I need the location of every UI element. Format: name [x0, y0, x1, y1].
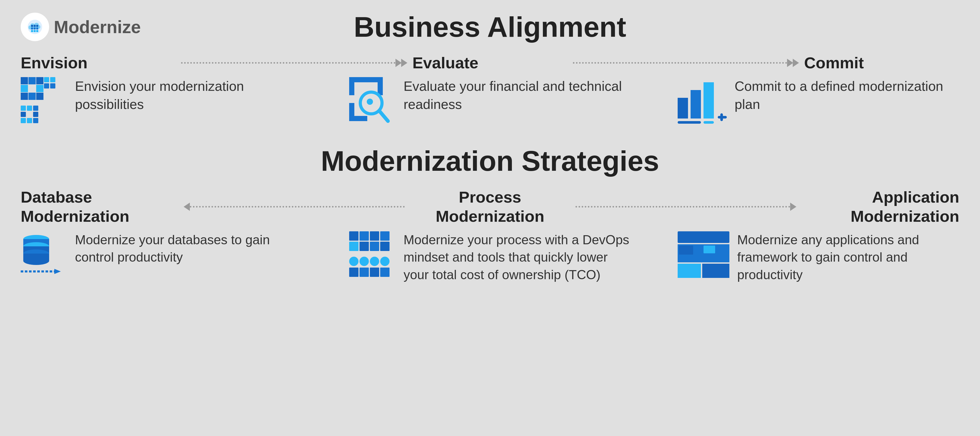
- svg-rect-26: [33, 112, 38, 117]
- ba-steps-row: Envision your modernization possibilitie…: [21, 77, 959, 129]
- svg-rect-42: [678, 121, 701, 124]
- svg-rect-16: [29, 92, 36, 100]
- svg-rect-57: [370, 231, 379, 241]
- svg-rect-9: [36, 30, 38, 32]
- svg-rect-11: [29, 77, 36, 84]
- svg-rect-12: [36, 77, 43, 84]
- svg-rect-28: [27, 118, 32, 123]
- svg-rect-7: [31, 30, 33, 32]
- process-to-app-arrow: [576, 206, 797, 208]
- svg-rect-55: [349, 231, 358, 241]
- envision-icon: [21, 77, 67, 124]
- svg-rect-58: [380, 231, 390, 241]
- svg-rect-61: [370, 242, 379, 251]
- evaluate-desc: Evaluate your financial and technical re…: [404, 77, 631, 113]
- application-desc: Modernize any applications and framework…: [737, 231, 959, 284]
- svg-rect-76: [703, 245, 715, 253]
- svg-rect-20: [44, 83, 49, 89]
- database-modernization-item: Modernize your databases to gain control…: [21, 231, 302, 284]
- evaluate-item: Evaluate your financial and technical re…: [349, 77, 631, 129]
- svg-point-37: [367, 99, 373, 105]
- process-modernization-label: Process Modernization: [412, 188, 568, 226]
- svg-rect-33: [365, 77, 383, 82]
- db-to-process-arrow: [184, 206, 405, 208]
- envision-to-evaluate-arrow: [181, 62, 407, 64]
- svg-rect-29: [33, 118, 38, 123]
- strat-items-row: Modernize your databases to gain control…: [21, 231, 959, 284]
- application-modernization-item: Modernize any applications and framework…: [678, 231, 959, 284]
- svg-rect-19: [50, 77, 55, 82]
- svg-rect-2: [33, 25, 36, 27]
- svg-marker-54: [54, 269, 61, 274]
- svg-point-66: [380, 257, 390, 266]
- application-modernization-label: Application Modernization: [804, 188, 959, 226]
- svg-point-52: [23, 257, 49, 265]
- svg-rect-23: [27, 105, 32, 111]
- svg-rect-62: [380, 242, 390, 251]
- svg-rect-75: [679, 245, 693, 255]
- svg-rect-68: [360, 267, 369, 277]
- strategies-title: Modernization Strategies: [21, 145, 959, 177]
- strat-header-row: Database Modernization Process Moderniza…: [21, 188, 959, 226]
- svg-point-64: [360, 257, 369, 266]
- svg-point-65: [370, 257, 379, 266]
- logo-text: Modernize: [54, 17, 141, 37]
- svg-rect-43: [703, 121, 714, 124]
- svg-rect-73: [678, 264, 701, 278]
- svg-rect-39: [678, 98, 688, 118]
- svg-point-63: [349, 257, 358, 266]
- svg-rect-69: [370, 267, 379, 277]
- svg-rect-18: [44, 77, 49, 82]
- envision-label: Envision: [21, 54, 176, 72]
- svg-rect-67: [349, 267, 358, 277]
- svg-rect-70: [380, 267, 390, 277]
- process-icon: [349, 231, 396, 278]
- svg-rect-74: [702, 264, 729, 278]
- svg-rect-3: [36, 25, 38, 27]
- svg-rect-71: [678, 231, 729, 243]
- logo-area: Modernize: [21, 13, 141, 41]
- svg-rect-59: [349, 242, 358, 251]
- database-desc: Modernize your databases to gain control…: [75, 231, 302, 266]
- svg-rect-31: [349, 77, 367, 82]
- commit-desc: Commit to a defined modernization plan: [735, 77, 959, 113]
- modernization-strategies-section: Modernization Strategies Database Modern…: [21, 145, 959, 283]
- database-modernization-label: Database Modernization: [21, 188, 176, 226]
- business-alignment-section: Envision Evaluate Commit: [21, 54, 959, 129]
- ba-arrow-row: Envision Evaluate Commit: [21, 54, 959, 72]
- process-desc: Modernize your process with a DevOps min…: [404, 231, 631, 284]
- commit-label: Commit: [804, 54, 959, 72]
- svg-rect-13: [21, 85, 28, 92]
- logo-icon: [21, 13, 49, 41]
- svg-rect-14: [36, 85, 43, 92]
- envision-item: Envision your modernization possibilitie…: [21, 77, 302, 129]
- svg-rect-25: [21, 112, 26, 117]
- process-modernization-item: Modernize your process with a DevOps min…: [349, 231, 631, 284]
- svg-rect-22: [21, 105, 26, 111]
- svg-rect-4: [31, 27, 33, 30]
- svg-rect-35: [349, 116, 367, 121]
- svg-rect-5: [33, 27, 36, 30]
- svg-rect-60: [360, 242, 369, 251]
- commit-icon: [678, 77, 727, 124]
- svg-line-38: [379, 111, 388, 121]
- svg-rect-17: [36, 92, 43, 100]
- header: Modernize Business Alignment: [21, 10, 959, 43]
- svg-rect-27: [21, 118, 26, 123]
- evaluate-icon: [349, 77, 396, 129]
- svg-rect-40: [690, 90, 701, 118]
- page-title: Business Alignment: [354, 10, 626, 43]
- commit-item: Commit to a defined modernization plan: [678, 77, 959, 129]
- svg-rect-8: [33, 30, 36, 32]
- evaluate-label: Evaluate: [412, 54, 568, 72]
- svg-rect-6: [36, 27, 38, 30]
- svg-rect-21: [50, 83, 55, 89]
- svg-rect-56: [360, 231, 369, 241]
- svg-rect-24: [33, 105, 38, 111]
- svg-rect-41: [703, 82, 714, 118]
- svg-rect-45: [720, 113, 723, 121]
- application-icon: [678, 231, 729, 278]
- svg-rect-1: [31, 25, 33, 27]
- database-icon: [21, 231, 67, 278]
- envision-desc: Envision your modernization possibilitie…: [75, 77, 302, 113]
